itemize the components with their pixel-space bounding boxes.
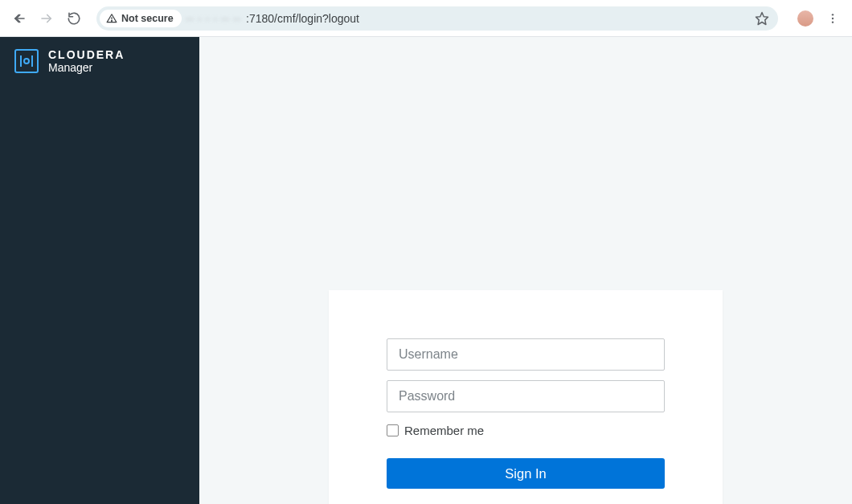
- reload-button[interactable]: [63, 7, 85, 30]
- browser-menu-button[interactable]: [823, 9, 842, 28]
- forward-button[interactable]: [35, 7, 58, 30]
- security-label: Not secure: [121, 13, 174, 24]
- arrow-right-icon: [39, 11, 54, 26]
- kebab-icon: [826, 12, 839, 25]
- main-content: Remember me Sign In: [199, 37, 852, 504]
- brand[interactable]: CLOUDERA Manager: [14, 48, 185, 74]
- svg-point-6: [832, 17, 834, 18]
- brand-subtitle: Manager: [48, 61, 125, 74]
- login-card: Remember me Sign In: [329, 290, 723, 504]
- svg-point-3: [112, 20, 113, 21]
- password-input[interactable]: [387, 380, 665, 412]
- brand-logo-icon: [14, 49, 39, 73]
- back-button[interactable]: [8, 7, 31, 30]
- reload-icon: [67, 11, 81, 26]
- svg-point-7: [832, 21, 834, 23]
- svg-point-5: [832, 14, 834, 15]
- url-path: :7180/cmf/login?logout: [246, 12, 359, 25]
- warning-triangle-icon: [106, 13, 117, 24]
- arrow-left-icon: [12, 11, 27, 26]
- remember-me-row: Remember me: [387, 424, 665, 437]
- app-root: CLOUDERA Manager Remember me Sign In: [0, 37, 852, 504]
- security-chip[interactable]: Not secure: [100, 10, 182, 27]
- browser-toolbar: Not secure ·· · · · ·· ·· :7180/cmf/logi…: [0, 0, 852, 37]
- signin-button[interactable]: Sign In: [387, 458, 665, 489]
- url-obscured-host: ·· · · · ·· ··: [186, 12, 241, 25]
- svg-marker-4: [756, 12, 768, 24]
- brand-text: CLOUDERA Manager: [48, 48, 125, 74]
- sidebar: CLOUDERA Manager: [0, 37, 199, 504]
- profile-avatar[interactable]: [797, 10, 813, 27]
- remember-me-checkbox[interactable]: [387, 424, 399, 436]
- address-bar[interactable]: Not secure ·· · · · ·· ·· :7180/cmf/logi…: [96, 6, 778, 31]
- brand-title: CLOUDERA: [48, 48, 125, 61]
- star-icon: [755, 11, 769, 26]
- username-input[interactable]: [387, 338, 665, 371]
- bookmark-button[interactable]: [752, 9, 772, 28]
- remember-me-label: Remember me: [404, 424, 484, 437]
